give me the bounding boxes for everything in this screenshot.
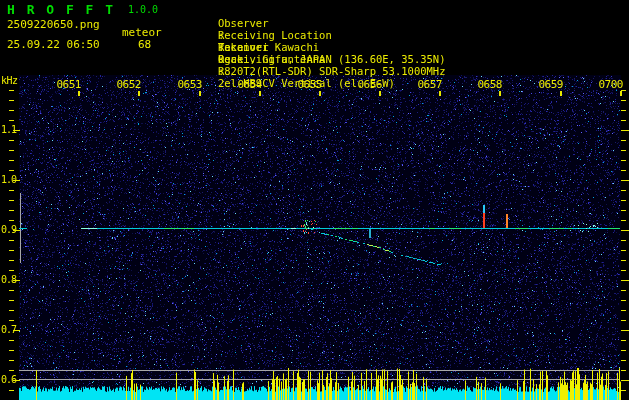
freq-label-0p9: 0.9	[0, 224, 16, 235]
info-row-observer: Observer : Takanori Kawachi	[180, 5, 446, 17]
datetime-label: 25.09.22 06:50	[7, 39, 100, 51]
time-label-0655: 0655	[294, 78, 322, 91]
station-info: Observer : Takanori Kawachi Receiving Lo…	[180, 5, 446, 53]
mode-label: meteor	[122, 27, 162, 39]
info-label: Observer	[218, 17, 335, 29]
info-label: Receiving antenna	[218, 53, 335, 65]
time-label-0658: 0658	[474, 78, 502, 91]
info-label: Receiver	[218, 41, 335, 53]
time-label-0700: 0700	[595, 78, 623, 91]
output-filename: 2509220650.png	[7, 19, 100, 31]
freq-unit-label: kHz	[1, 76, 18, 87]
time-label-0657: 0657	[414, 78, 442, 91]
hrofft-window: H R O F F T 1.0.0 2509220650.png meteor …	[0, 0, 629, 400]
freq-label-0p8: 0.8	[0, 274, 16, 285]
time-label-0653: 0653	[174, 78, 202, 91]
freq-label-0p6: 0.6	[0, 374, 16, 385]
info-colon: :	[218, 65, 227, 77]
freq-label-1p0: 1.0	[0, 174, 16, 185]
freq-label-0p7: 0.7	[0, 324, 16, 335]
time-label-0654: 0654	[234, 78, 262, 91]
time-label-0651: 0651	[53, 78, 81, 91]
info-label: Receiving Location	[218, 29, 335, 41]
freq-label-1p1: 1.1	[0, 124, 16, 135]
app-title: H R O F F T	[7, 3, 115, 17]
app-version: 1.0.0	[128, 5, 158, 16]
time-label-0652: 0652	[113, 78, 141, 91]
time-label-0656: 0656	[354, 78, 382, 91]
info-value: R820T2(RTL-SDR) SDR-Sharp 53.1000MHz	[218, 65, 446, 77]
time-label-0659: 0659	[535, 78, 563, 91]
echo-count: 68	[138, 39, 151, 51]
